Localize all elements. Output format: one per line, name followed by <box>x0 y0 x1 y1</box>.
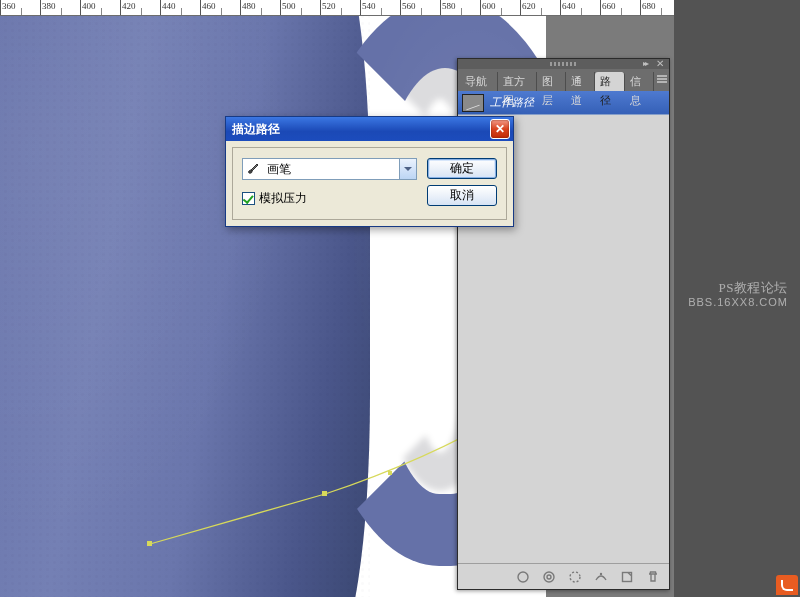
tab-layers[interactable]: 图层 <box>537 72 566 91</box>
dialog-titlebar[interactable]: 描边路径 ✕ <box>226 117 513 141</box>
path-item-label: 工作路径 <box>490 95 534 110</box>
ruler-tick: 640 <box>562 1 576 11</box>
svg-point-4 <box>544 572 554 582</box>
ruler-tick: 680 <box>642 1 656 11</box>
corner-badge-icon <box>776 575 798 595</box>
panel-collapse-icon[interactable]: ▸▸ <box>643 59 647 68</box>
stroke-path-icon[interactable] <box>541 569 557 585</box>
tab-histogram[interactable]: 直方图 <box>498 72 536 91</box>
tool-value: 画笔 <box>263 161 399 178</box>
ruler-tick: 520 <box>322 1 336 11</box>
delete-path-icon[interactable] <box>645 569 661 585</box>
ok-button[interactable]: 确定 <box>427 158 497 179</box>
new-path-icon[interactable] <box>619 569 635 585</box>
ruler-tick: 580 <box>442 1 456 11</box>
ruler-tick: 360 <box>2 1 16 11</box>
svg-point-7 <box>600 572 602 574</box>
ruler-tick: 440 <box>162 1 176 11</box>
brush-icon <box>243 159 263 179</box>
ruler-tick: 660 <box>602 1 616 11</box>
ruler-tick: 500 <box>282 1 296 11</box>
tab-navigator[interactable]: 导航器 <box>460 72 498 91</box>
watermark: PS教程论坛 BBS.16XX8.COM <box>688 280 788 310</box>
panel-tabs: 导航器 直方图 图层 通道 路径 信息 <box>458 69 669 91</box>
simulate-pressure-checkbox[interactable] <box>242 192 255 205</box>
horizontal-ruler: 360 380 400 420 440 460 480 500 520 540 … <box>0 0 674 16</box>
dialog-title: 描边路径 <box>232 121 490 138</box>
simulate-pressure-label: 模拟压力 <box>259 190 307 207</box>
ruler-tick: 540 <box>362 1 376 11</box>
combobox-dropdown-icon[interactable] <box>399 159 416 179</box>
selection-to-path-icon[interactable] <box>593 569 609 585</box>
ruler-tick: 480 <box>242 1 256 11</box>
svg-point-5 <box>547 575 551 579</box>
tool-combobox[interactable]: 画笔 <box>242 158 417 180</box>
ruler-tick: 420 <box>122 1 136 11</box>
panel-footer <box>458 563 669 589</box>
ruler-tick: 620 <box>522 1 536 11</box>
ruler-tick: 560 <box>402 1 416 11</box>
ruler-tick: 460 <box>202 1 216 11</box>
ruler-tick: 400 <box>82 1 96 11</box>
tab-channels[interactable]: 通道 <box>566 72 595 91</box>
fill-path-icon[interactable] <box>515 569 531 585</box>
svg-point-6 <box>570 572 580 582</box>
path-thumbnail <box>462 94 484 112</box>
panel-menu-icon[interactable] <box>654 73 669 91</box>
stroke-path-dialog: 描边路径 ✕ 画笔 模拟压力 确定 取消 <box>225 116 514 227</box>
path-to-selection-icon[interactable] <box>567 569 583 585</box>
cancel-button[interactable]: 取消 <box>427 185 497 206</box>
panel-close-icon[interactable]: ✕ <box>656 58 664 69</box>
ruler-tick: 600 <box>482 1 496 11</box>
tab-info[interactable]: 信息 <box>625 72 654 91</box>
ruler-tick: 380 <box>42 1 56 11</box>
tab-paths[interactable]: 路径 <box>595 72 624 91</box>
svg-point-3 <box>518 572 528 582</box>
watermark-line1: PS教程论坛 <box>688 280 788 295</box>
watermark-line2: BBS.16XX8.COM <box>688 295 788 310</box>
panel-grip[interactable]: ▸▸ ✕ <box>458 59 669 69</box>
dialog-close-button[interactable]: ✕ <box>490 119 510 139</box>
